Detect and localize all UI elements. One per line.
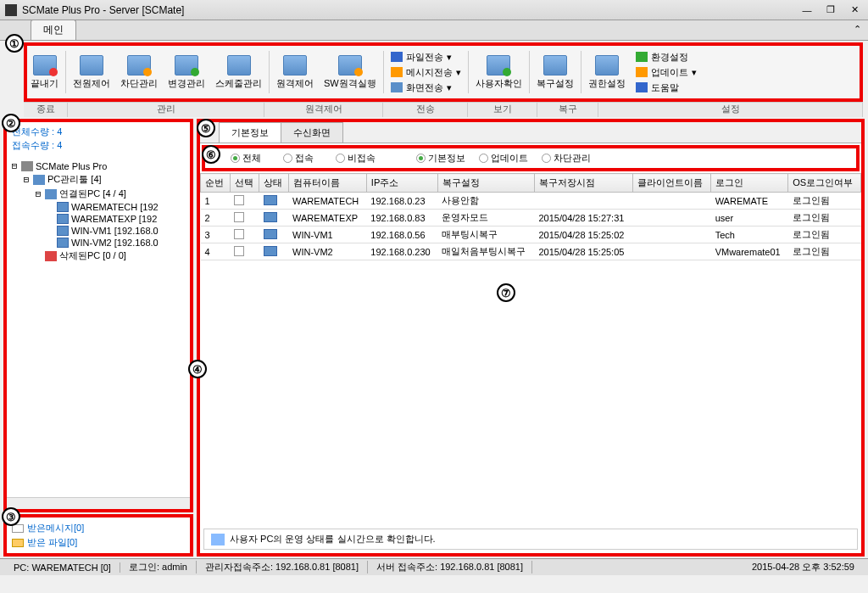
restore-icon xyxy=(543,55,567,76)
update-icon xyxy=(636,67,648,77)
col-state[interactable]: 상태 xyxy=(259,174,289,193)
minimize-button[interactable]: — xyxy=(798,4,815,16)
state-icon xyxy=(264,195,277,205)
filter-all[interactable]: 전체 xyxy=(231,152,261,165)
callout-3: ③ xyxy=(2,507,20,526)
filter-update[interactable]: 업데이트 xyxy=(479,152,528,165)
col-name[interactable]: 컴퓨터이름 xyxy=(288,174,366,193)
received-messages-link[interactable]: 받은메시지[0] xyxy=(12,521,185,535)
row-checkbox[interactable] xyxy=(234,195,244,205)
status-admin-addr: 관리자접속주소: 192.168.0.81 [8081] xyxy=(197,561,368,573)
msg-send-icon xyxy=(391,67,403,77)
msg-send-button[interactable]: 메시지전송 ▾ xyxy=(387,65,465,80)
filter-connected[interactable]: 접속 xyxy=(283,152,314,165)
screen-send-icon xyxy=(391,82,403,92)
tree-root[interactable]: ⊟SCMate Plus Pro xyxy=(10,159,186,172)
col-restore[interactable]: 복구설정 xyxy=(437,174,534,193)
env-setting-button[interactable]: 환경설정 xyxy=(632,50,700,64)
summary-counts: 전체수량 : 4 접속수량 : 4 xyxy=(7,122,190,156)
change-mgmt-button[interactable]: 변경관리 xyxy=(164,53,209,92)
app-icon xyxy=(5,4,17,16)
pc-tree[interactable]: ⊟SCMate Plus Pro ⊟PC관리툴 [4] ⊟연결된PC [4 / … xyxy=(7,156,190,497)
tree-pc-node[interactable]: WAREMATECH [192 xyxy=(10,201,186,213)
filter-basic[interactable]: 기본정보 xyxy=(416,152,465,165)
info-icon xyxy=(211,534,225,545)
env-icon xyxy=(636,52,648,62)
status-bar: PC: WAREMATECH [0] 로그인: admin 관리자접속주소: 1… xyxy=(0,558,868,575)
total-count: 전체수량 : 4 xyxy=(12,126,185,138)
change-icon xyxy=(175,55,198,76)
sw-remote-button[interactable]: SW원격실행 xyxy=(320,53,380,92)
main-tab[interactable]: 메인 xyxy=(31,20,76,40)
table-row[interactable]: 2WAREMATEXP192.168.0.83운영자모드2015/04/28 1… xyxy=(201,210,861,227)
block-mgmt-button[interactable]: 차단관리 xyxy=(117,53,161,92)
tree-pc-node[interactable]: WIN-VM1 [192.168.0 xyxy=(10,225,186,237)
state-icon xyxy=(264,212,277,222)
col-ip[interactable]: IP주소 xyxy=(366,174,437,193)
table-header-row: 순번 선택 상태 컴퓨터이름 IP주소 복구설정 복구저장시점 클라이언트이름 … xyxy=(201,174,861,193)
col-select[interactable]: 선택 xyxy=(230,174,259,193)
table-row[interactable]: 4WIN-VM2192.168.0.230매일처음부팅시복구2015/04/28… xyxy=(201,243,861,260)
pc-table[interactable]: 순번 선택 상태 컴퓨터이름 IP주소 복구설정 복구저장시점 클라이언트이름 … xyxy=(200,173,861,260)
status-pc: PC: WAREMATECH [0] xyxy=(5,562,120,573)
file-send-button[interactable]: 파일전송 ▾ xyxy=(387,50,465,64)
pc-icon xyxy=(57,238,69,248)
tree-pc-node[interactable]: WIN-VM2 [192.168.0 xyxy=(10,237,186,249)
filter-disconnected[interactable]: 비접속 xyxy=(336,152,376,165)
row-checkbox[interactable] xyxy=(234,212,244,222)
received-files-link[interactable]: 받은 파일[0] xyxy=(12,535,185,550)
col-no[interactable]: 순번 xyxy=(201,174,231,193)
help-icon xyxy=(636,82,648,92)
col-time[interactable]: 복구저장시점 xyxy=(534,174,632,193)
screen-send-button[interactable]: 화면전송 ▾ xyxy=(387,81,465,95)
status-login: 로그인: admin xyxy=(120,561,197,573)
power-control-button[interactable]: 전원제어 xyxy=(70,53,114,92)
tree-connected[interactable]: ⊟연결된PC [4 / 4] xyxy=(10,187,186,201)
callout-1: ① xyxy=(5,34,24,53)
inbox-panel: 받은메시지[0] 받은 파일[0] xyxy=(3,514,193,557)
folder-icon xyxy=(33,175,45,185)
tab-recv-screen[interactable]: 수신화면 xyxy=(281,122,343,143)
tree-scrollbar[interactable] xyxy=(7,497,190,509)
update-button[interactable]: 업데이트 ▾ xyxy=(632,65,700,80)
settings-group: 환경설정 업데이트 ▾ 도움말 xyxy=(632,50,700,95)
schedule-icon xyxy=(227,55,251,76)
maximize-button[interactable]: ❐ xyxy=(822,4,839,16)
exit-button[interactable]: 끝내기 xyxy=(27,53,62,92)
power-icon xyxy=(80,55,103,76)
help-button[interactable]: 도움말 xyxy=(632,81,700,95)
collapse-ribbon-icon[interactable]: ⌃ xyxy=(854,24,861,35)
server-icon xyxy=(21,161,33,171)
close-button[interactable]: ✕ xyxy=(846,4,863,16)
permission-button[interactable]: 권한설정 xyxy=(585,53,629,92)
pc-icon xyxy=(57,202,69,212)
col-client[interactable]: 클라이언트이름 xyxy=(633,174,711,193)
schedule-mgmt-button[interactable]: 스케줄관리 xyxy=(212,53,265,92)
remote-control-button[interactable]: 원격제어 xyxy=(273,53,317,92)
user-check-icon xyxy=(487,55,510,76)
tree-panel: 전체수량 : 4 접속수량 : 4 ⊟SCMate Plus Pro ⊟PC관리… xyxy=(3,119,193,512)
description-bar: 사용자 PC의 운영 상태를 실시간으로 확인합니다. xyxy=(203,529,858,550)
table-row[interactable]: 1WAREMATECH192.168.0.23사용안함WAREMATE로그인됨 xyxy=(201,193,861,210)
tree-pc-node[interactable]: WAREMATEXP [192 xyxy=(10,213,186,225)
filter-block[interactable]: 차단관리 xyxy=(542,152,591,165)
callout-4: ④ xyxy=(188,360,207,378)
status-server-addr: 서버 접속주소: 192.168.0.81 [8081] xyxy=(368,561,532,573)
col-login[interactable]: 로그인 xyxy=(711,174,788,193)
callout-7: ⑦ xyxy=(497,283,515,302)
tab-basic-info[interactable]: 기본정보 xyxy=(219,122,281,143)
folder-icon xyxy=(45,189,57,199)
pc-icon xyxy=(57,226,69,236)
col-os[interactable]: OS로그인여부 xyxy=(788,174,861,193)
row-checkbox[interactable] xyxy=(234,229,244,239)
user-check-button[interactable]: 사용자확인 xyxy=(472,53,526,92)
table-row[interactable]: 3WIN-VM1192.168.0.56매부팅시복구2015/04/28 15:… xyxy=(201,227,861,243)
tree-deleted[interactable]: 삭제된PC [0 / 0] xyxy=(10,249,186,263)
main-content: ② 전체수량 : 4 접속수량 : 4 ⊟SCMate Plus Pro ⊟PC… xyxy=(3,119,865,557)
row-checkbox[interactable] xyxy=(234,246,244,256)
permission-icon xyxy=(595,55,619,76)
tree-pcmgr[interactable]: ⊟PC관리툴 [4] xyxy=(10,172,186,187)
title-bar: SCMate Plus Pro - Server [SCMate] — ❐ ✕ xyxy=(0,0,868,20)
detail-tabs: ⑤ 기본정보 수신화면 xyxy=(200,122,861,143)
restore-button[interactable]: 복구설정 xyxy=(533,53,577,92)
